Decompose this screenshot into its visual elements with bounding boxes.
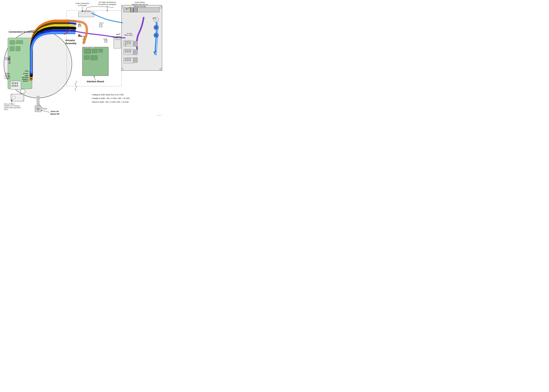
svg-point-110 — [121, 68, 123, 70]
svg-rect-16 — [15, 82, 16, 84]
svg-rect-115 — [84, 56, 90, 59]
connections-title: Connections to Interface Board — [9, 31, 44, 33]
svg-point-108 — [121, 6, 123, 8]
svg-point-111 — [160, 68, 162, 70]
svg-text:(Requires min of 5psig to: (Requires min of 5psig to — [4, 105, 20, 107]
svg-rect-74 — [125, 43, 126, 44]
svg-rect-4 — [16, 41, 23, 44]
watermark-text: ArtFull — [157, 115, 162, 116]
svg-text:24 VAC: 24 VAC — [5, 59, 10, 60]
svg-rect-84 — [127, 50, 129, 51]
svg-rect-98 — [129, 60, 131, 61]
svg-rect-77 — [125, 45, 126, 46]
svg-point-51 — [37, 108, 39, 109]
pressure-sensor-label: Pressure Sensor — [4, 103, 15, 105]
svg-rect-118 — [84, 47, 85, 48]
svg-rect-85 — [129, 50, 131, 51]
svg-text:CL: CL — [78, 24, 80, 26]
svg-rect-14 — [12, 82, 13, 84]
svg-rect-95 — [129, 58, 131, 59]
svg-text:Connections to Handpiece: Connections to Handpiece — [98, 4, 116, 5]
diagram-container: COM 24 VAC GND SETTING ENABLE BOOST Cons… — [0, 0, 165, 118]
svg-rect-20 — [15, 85, 16, 87]
enable-wire-label: ENABLE — [22, 78, 28, 80]
svg-point-22 — [21, 89, 25, 94]
svg-rect-114 — [99, 49, 103, 52]
svg-rect-147 — [115, 39, 116, 40]
scaler-connections-label: Scaler Connections — [76, 2, 89, 4]
svg-rect-119 — [86, 47, 87, 48]
svg-rect-94 — [127, 58, 129, 59]
bullet-2: • Enable to GND - ON = 0 VDC; OFF > 10 V… — [92, 97, 130, 99]
svg-point-25 — [11, 94, 12, 96]
svg-rect-17 — [17, 82, 18, 84]
svg-rect-5 — [10, 46, 14, 51]
svg-rect-97 — [127, 60, 129, 61]
svg-text:(attached with velcro to: (attached with velcro to — [132, 4, 148, 5]
voltage-changes-label: Voltage — [5, 72, 10, 74]
svg-rect-113 — [92, 49, 97, 53]
svg-text:Bleed Off: Bleed Off — [50, 113, 59, 115]
svg-text:kink valves: kink valves — [126, 34, 133, 36]
svg-rect-112 — [84, 49, 91, 54]
svg-rect-15 — [14, 82, 14, 84]
svg-rect-87 — [127, 51, 129, 52]
svg-rect-96 — [125, 60, 126, 61]
interface-board-label: Interface Board — [87, 80, 104, 83]
svg-text:delivery unit wall): delivery unit wall) — [134, 6, 146, 7]
water-electrical-label: 1/8" Water and Electrical — [99, 1, 116, 3]
svg-rect-116 — [91, 56, 97, 60]
bullet-1: • Setting to GND varies from 0 to 5 VDC — [92, 94, 124, 96]
com-wire-label: COM — [25, 70, 28, 72]
svg-rect-72 — [127, 41, 129, 42]
svg-rect-21 — [17, 85, 18, 87]
svg-rect-88 — [129, 51, 131, 52]
vac24-wire-label: 24 VAC — [23, 73, 28, 74]
three-sixteenth-cl-label: 3/16 CL — [99, 22, 104, 24]
svg-rect-71 — [125, 41, 126, 42]
actuator-assembly-label: Actuator — [65, 39, 75, 42]
main-diagram-svg: COM 24 VAC GND SETTING ENABLE BOOST Cons… — [0, 0, 165, 118]
svg-text:on Action: on Action — [4, 77, 10, 79]
svg-point-28 — [22, 100, 23, 101]
svg-point-52 — [35, 106, 36, 107]
svg-rect-83 — [125, 50, 126, 51]
scaler-module-label: Scaler Module — [135, 1, 145, 3]
svg-rect-75 — [127, 43, 129, 44]
rd-text-label: RD — [78, 34, 80, 35]
svg-text:valve.): valve.) — [4, 109, 8, 110]
svg-rect-62 — [124, 7, 159, 12]
drive-air-label: Drive Air — [51, 110, 59, 112]
svg-point-109 — [160, 6, 162, 8]
boost-wire-label: BOOST — [23, 80, 28, 82]
svg-point-24 — [12, 96, 15, 99]
svg-point-26 — [22, 94, 23, 96]
svg-rect-142 — [99, 24, 102, 27]
svg-rect-11 — [9, 61, 10, 62]
svg-rect-145 — [105, 40, 107, 42]
svg-text:Assembly: Assembly — [65, 42, 77, 45]
svg-rect-122 — [91, 47, 92, 48]
constant-24vac-label: Constant — [4, 57, 10, 59]
bullet-3: • Boost to GND - ON = 0 VDC; OFF > 10 VD… — [92, 101, 129, 103]
svg-rect-18 — [12, 85, 13, 87]
svg-text:Changes: Changes — [4, 74, 10, 76]
svg-rect-3 — [10, 41, 15, 44]
svg-rect-148 — [117, 39, 119, 40]
svg-rect-73 — [129, 41, 131, 42]
svg-rect-48 — [37, 96, 39, 106]
svg-rect-123 — [78, 12, 94, 17]
svg-point-107 — [155, 34, 157, 36]
svg-point-53 — [40, 106, 41, 107]
svg-rect-120 — [88, 47, 89, 48]
setting-wire-label: SETTING — [22, 77, 28, 78]
svg-rect-93 — [125, 58, 126, 59]
kink-valves-label: To other — [127, 33, 132, 34]
svg-rect-19 — [14, 85, 14, 87]
svg-text:to PC Board: to PC Board — [78, 5, 86, 7]
svg-rect-12 — [9, 63, 10, 64]
svg-rect-149 — [119, 39, 120, 40]
eighth-bl-label: 1/8 BL — [152, 18, 156, 19]
svg-text:operate water proportional: operate water proportional — [4, 107, 21, 108]
svg-rect-6 — [16, 46, 20, 51]
